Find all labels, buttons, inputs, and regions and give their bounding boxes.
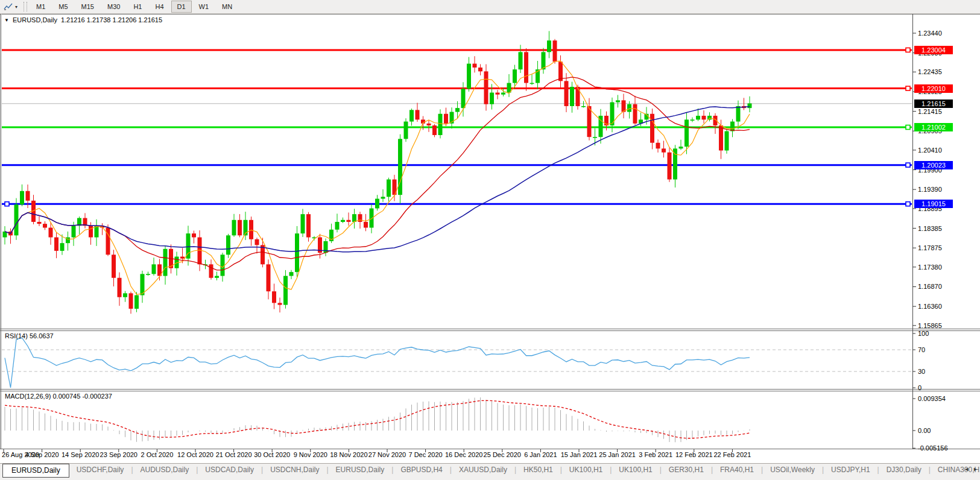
price-axis-tick: 1.22435 [918, 68, 942, 75]
price-level-label: 1.19015 [914, 200, 953, 208]
symbol-tab-hk50-h1[interactable]: HK50,H1 [516, 464, 560, 476]
symbol-tab-ger30-h1[interactable]: GER30,H1 [662, 464, 711, 476]
symbol-tab-usdjpy-h1[interactable]: USDJPY,H1 [824, 464, 877, 476]
macd-indicator-label: MACD(12,26,9) 0.000745 -0.000237 [5, 393, 112, 400]
chart-symbol-label: EURUSD,Daily [13, 16, 57, 24]
symbol-tab-usoil-weekly[interactable]: USOil,Weekly [763, 464, 822, 476]
tab-scroll-controls: ◄ ► [964, 466, 978, 472]
timeframe-toolbar: ▾ M1M5M15M30H1H4D1W1MN [0, 0, 980, 14]
symbol-tab-usdcad-daily[interactable]: USDCAD,Daily [198, 464, 261, 476]
price-level-label: 1.21002 [914, 123, 953, 131]
chart-cursor-icon [4, 2, 13, 11]
price-level-label: 1.22010 [914, 84, 953, 93]
timeframe-button-h1[interactable]: H1 [127, 1, 148, 13]
collapse-arrow-icon[interactable]: ▼ [4, 17, 9, 23]
toolbar-grip[interactable] [24, 2, 27, 11]
price-axis-tick: 1.21415 [918, 108, 942, 115]
timeframe-button-mn[interactable]: MN [216, 1, 238, 13]
chevron-down-icon[interactable]: ▾ [15, 4, 17, 10]
symbol-tab-usdchf-daily[interactable]: USDCHF,Daily [69, 464, 131, 476]
symbol-tab-audusd-daily[interactable]: AUDUSD,Daily [133, 464, 197, 476]
timeframe-button-m5[interactable]: M5 [52, 1, 74, 13]
price-axis-tick: 1.23440 [918, 30, 942, 37]
macd-panel [5, 397, 750, 442]
symbol-tab-gbpusd-h4[interactable]: GBPUSD,H4 [393, 464, 449, 476]
symbol-tab-fra40-h1[interactable]: FRA40,H1 [713, 464, 761, 476]
price-axis-tick: 1.15865 [918, 322, 942, 329]
price-axis-tick: 1.17875 [918, 244, 942, 251]
rsi-axis-tick: 70 [918, 346, 925, 353]
price-axis-tick: 1.17380 [918, 264, 942, 271]
timeframe-button-d1[interactable]: D1 [171, 1, 192, 13]
price-axis-tick: 1.16360 [918, 303, 942, 310]
date-axis-label: 22 Feb 2021 [709, 451, 755, 458]
rsi-axis-tick: 30 [918, 368, 925, 375]
timeframe-button-m30[interactable]: M30 [101, 1, 126, 13]
symbol-tab-eurusd-daily[interactable]: EURUSD,Daily [2, 464, 69, 478]
macd-axis-tick: 0.00 [918, 427, 931, 434]
symbol-tab-bar: EURUSD,DailyUSDCHF,Daily|AUDUSD,Daily|US… [0, 463, 980, 480]
symbol-tab-eurusd-daily[interactable]: EURUSD,Daily [329, 464, 392, 476]
current-price-label: 1.21615 [914, 99, 953, 108]
price-axis-tick: 1.16870 [918, 283, 942, 290]
main-panel [2, 31, 912, 314]
chart-tool-button[interactable]: ▾ [1, 1, 20, 12]
timeframe-button-m15[interactable]: M15 [75, 1, 100, 13]
macd-axis-tick: -0.005156 [918, 444, 948, 452]
price-axis-tick: 1.18385 [918, 225, 942, 232]
chart-ohlc-values: 1.21216 1.21738 1.21206 1.21615 [61, 16, 162, 24]
timeframe-button-h4[interactable]: H4 [149, 1, 169, 13]
tab-scroll-left-icon[interactable]: ◄ [964, 466, 969, 472]
rsi-indicator-label: RSI(14) 56.0637 [5, 332, 54, 339]
price-level-label: 1.23004 [914, 46, 953, 54]
rsi-axis-tick: 100 [918, 330, 929, 337]
tab-scroll-right-icon[interactable]: ► [973, 466, 978, 472]
chart-canvas[interactable] [0, 14, 980, 463]
price-level-label: 1.20023 [914, 161, 953, 169]
macd-axis-tick: 0.009354 [918, 395, 946, 402]
timeframe-button-w1[interactable]: W1 [193, 1, 215, 13]
symbol-tab-dj30-daily[interactable]: DJ30,Daily [879, 464, 929, 476]
timeframe-button-m1[interactable]: M1 [30, 1, 51, 13]
price-axis-tick: 1.20410 [918, 147, 942, 154]
chart-title: ▼ EURUSD,Daily 1.21216 1.21738 1.21206 1… [4, 16, 162, 24]
symbol-tab-usdcnh-daily[interactable]: USDCNH,Daily [263, 464, 326, 476]
rsi-axis-tick: 0 [918, 384, 922, 391]
rsi-panel [2, 338, 912, 388]
symbol-tab-uk100-h1[interactable]: UK100,H1 [562, 464, 610, 476]
timeframe-buttons: M1M5M15M30H1H4D1W1MN [30, 1, 239, 13]
symbol-tab-xauusd-daily[interactable]: XAUUSD,Daily [452, 464, 514, 476]
symbol-tab-uk100-h1[interactable]: UK100,H1 [612, 464, 659, 476]
price-axis-tick: 1.19390 [918, 186, 942, 193]
